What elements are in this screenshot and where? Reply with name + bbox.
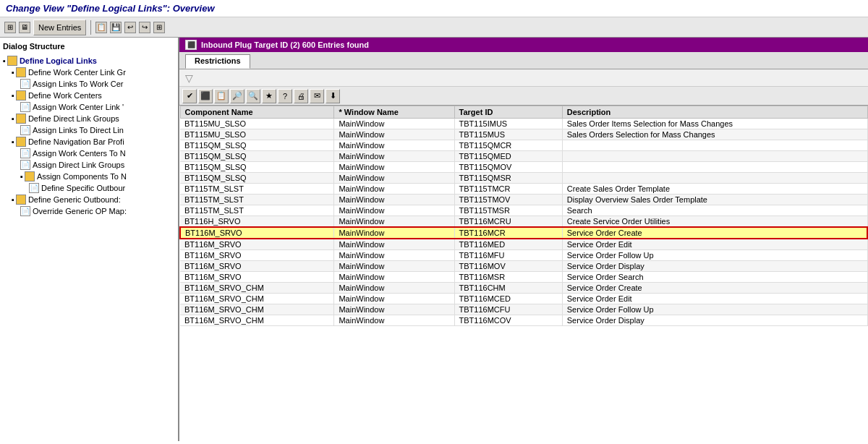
- tbl-print-btn[interactable]: 🖨: [294, 89, 308, 103]
- restrictions-tab[interactable]: Restrictions: [185, 54, 250, 69]
- table-row[interactable]: BT115TM_SLSTMainWindowTBT115TMOVDisplay …: [180, 195, 867, 205]
- right-panel: ⬛ Inbound Plug Target ID (2) 600 Entries…: [179, 38, 868, 441]
- tbl-search-btn-1[interactable]: 🔎: [230, 89, 244, 103]
- cell-component: BT116M_SRVO_CHM: [180, 315, 334, 326]
- table-row[interactable]: BT116M_SRVOMainWindowTBT116MEDService Or…: [180, 239, 867, 250]
- toolbar-icon-1[interactable]: ⊞: [4, 22, 16, 33]
- tree-bullet: ▪: [12, 137, 14, 147]
- col-component-name: Component Name: [180, 106, 334, 119]
- main-toolbar: ⊞ 🖥 New Entries 📋 💾 ↩ ↪ ⊞: [0, 17, 868, 38]
- tree-folder-icon: [16, 67, 26, 77]
- cell-component: BT116M_SRVO_CHM: [180, 304, 334, 315]
- cell-target-id: TBT115TMCR: [454, 184, 562, 195]
- cell-window: MainWindow: [334, 184, 454, 195]
- tbl-email-btn[interactable]: ✉: [310, 89, 324, 103]
- tree-page-icon: 📄: [20, 102, 30, 112]
- cell-target-id: TBT116MOV: [454, 261, 562, 272]
- cell-component: BT115TM_SLST: [180, 205, 334, 216]
- cell-description: Create Sales Order Template: [562, 184, 867, 195]
- cell-target-id: TBT116MSR: [454, 272, 562, 283]
- table-row[interactable]: BT116M_SRVO_CHMMainWindowTBT116MCOVServi…: [180, 315, 867, 326]
- tree-label-assign-direct-link-groups: Assign Direct Link Groups: [33, 160, 124, 170]
- table-row[interactable]: BT116M_SRVO_CHMMainWindowTBT116MCFUServi…: [180, 304, 867, 315]
- table-row[interactable]: BT115QM_SLSQMainWindowTBT115QMOV: [180, 162, 867, 173]
- tree-bullet: ▪: [12, 67, 14, 77]
- table-row[interactable]: BT116M_SRVOMainWindowTBT116MOVService Or…: [180, 261, 867, 272]
- tree-container: ▪Define Logical Links▪Define Work Center…: [3, 55, 175, 217]
- cell-description: Search: [562, 205, 867, 216]
- tree-item-define-navigation-bar-profi[interactable]: ▪Define Navigation Bar Profi: [3, 136, 175, 148]
- tree-item-define-generic-outbound[interactable]: ▪Define Generic Outbound:: [3, 194, 175, 205]
- tree-item-override-generic-op-map[interactable]: 📄Override Generic OP Map:: [3, 205, 175, 217]
- cell-description: Service Order Follow Up: [562, 304, 867, 315]
- tree-item-assign-links-to-work-cer[interactable]: 📄Assign Links To Work Cer: [3, 78, 175, 90]
- tree-label-override-generic-op-map: Override Generic OP Map:: [33, 206, 127, 216]
- tree-item-assign-links-to-direct-lin[interactable]: 📄Assign Links To Direct Lin: [3, 124, 175, 136]
- tbl-help-btn[interactable]: ?: [278, 89, 292, 103]
- tbl-stop-btn[interactable]: ⬛: [198, 89, 213, 103]
- cell-description: Service Order Edit: [562, 294, 867, 304]
- table-row[interactable]: BT116M_SRVO_CHMMainWindowTBT116MCEDServi…: [180, 294, 867, 304]
- data-table-container: Component Name * Window Name Target ID D…: [179, 106, 868, 441]
- cell-window: MainWindow: [334, 239, 454, 250]
- cell-window: MainWindow: [334, 304, 454, 315]
- tree-folder-icon: [16, 195, 26, 205]
- cell-description: Create Service Order Utilities: [562, 216, 867, 228]
- tree-folder-icon: [16, 90, 26, 101]
- cell-window: MainWindow: [334, 205, 454, 216]
- cell-target-id: TBT115QMED: [454, 151, 562, 162]
- tree-bullet: ▪: [3, 56, 6, 66]
- tree-item-define-work-centers[interactable]: ▪Define Work Centers: [3, 90, 175, 101]
- tree-item-assign-components-to-n[interactable]: ▪Assign Components To N: [3, 171, 175, 182]
- toolbar-save-icon[interactable]: 💾: [110, 22, 122, 33]
- table-row[interactable]: BT115QM_SLSQMainWindowTBT115QMCR: [180, 140, 867, 151]
- toolbar-undo-icon[interactable]: ↩: [124, 22, 136, 33]
- tree-item-assign-work-center-link[interactable]: 📄Assign Work Center Link ': [3, 101, 175, 113]
- cell-window: MainWindow: [334, 129, 454, 140]
- cell-description: [562, 162, 867, 173]
- tree-page-icon: 📄: [20, 125, 30, 135]
- cell-component: BT115QM_SLSQ: [180, 151, 334, 162]
- tree-page-icon: 📄: [20, 79, 30, 89]
- tree-item-define-work-center-link-gr[interactable]: ▪Define Work Center Link Gr: [3, 67, 175, 78]
- tbl-search-btn-2[interactable]: 🔍: [246, 89, 260, 103]
- tbl-copy-btn[interactable]: 📋: [214, 89, 229, 103]
- table-row[interactable]: BT116M_SRVO_CHMMainWindowTBT116CHMServic…: [180, 283, 867, 294]
- tree-label-define-generic-outbound: Define Generic Outbound:: [28, 195, 121, 205]
- table-row[interactable]: BT115QM_SLSQMainWindowTBT115QMED: [180, 151, 867, 162]
- tree-item-define-specific-outbour[interactable]: 📄Define Specific Outbour: [3, 182, 175, 194]
- cell-component: BT116M_SRVO_CHM: [180, 294, 334, 304]
- toolbar-extra-icon[interactable]: ⊞: [153, 22, 165, 33]
- table-row[interactable]: BT115TM_SLSTMainWindowTBT115TMSRSearch: [180, 205, 867, 216]
- cell-target-id: TBT116MFU: [454, 250, 562, 261]
- cell-window: MainWindow: [334, 227, 454, 239]
- tree-page-icon: 📄: [20, 206, 30, 216]
- data-table: Component Name * Window Name Target ID D…: [179, 106, 868, 326]
- table-row[interactable]: BT115MU_SLSOMainWindowTBT115IMUSSales Or…: [180, 119, 867, 129]
- new-entries-button[interactable]: New Entries: [33, 20, 86, 35]
- tbl-star-btn[interactable]: ★: [262, 89, 276, 103]
- cell-component: BT115QM_SLSQ: [180, 173, 334, 184]
- cell-target-id: TBT116MCRU: [454, 216, 562, 228]
- table-row[interactable]: BT115QM_SLSQMainWindowTBT115QMSR: [180, 173, 867, 184]
- table-row[interactable]: BT115MU_SLSOMainWindowTBT115MUSSales Ord…: [180, 129, 867, 140]
- cell-component: BT116H_SRVO: [180, 216, 334, 228]
- table-row[interactable]: BT116M_SRVOMainWindowTBT116MSRService Or…: [180, 272, 867, 283]
- cell-target-id: TBT116MCOV: [454, 315, 562, 326]
- tree-item-define-logical-links[interactable]: ▪Define Logical Links: [3, 55, 175, 67]
- table-row[interactable]: BT116H_SRVOMainWindowTBT116MCRUCreate Se…: [180, 216, 867, 228]
- cell-window: MainWindow: [334, 283, 454, 294]
- table-row[interactable]: BT116M_SRVOMainWindowTBT116MFUService Or…: [180, 250, 867, 261]
- table-row[interactable]: BT115TM_SLSTMainWindowTBT115TMCRCreate S…: [180, 184, 867, 195]
- table-row[interactable]: BT116M_SRVOMainWindowTBT116MCRService Or…: [180, 227, 867, 239]
- toolbar-redo-icon[interactable]: ↪: [139, 22, 150, 33]
- tbl-down-btn[interactable]: ⬇: [326, 89, 340, 103]
- tree-item-assign-direct-link-groups[interactable]: 📄Assign Direct Link Groups: [3, 159, 175, 171]
- tree-item-define-direct-link-groups[interactable]: ▪Define Direct Link Groups: [3, 113, 175, 124]
- filter-row: ▽: [179, 69, 868, 87]
- toolbar-copy-icon[interactable]: 📋: [95, 22, 107, 33]
- toolbar-icon-2[interactable]: 🖥: [19, 22, 30, 33]
- tree-item-assign-work-centers-to-n[interactable]: 📄Assign Work Centers To N: [3, 148, 175, 159]
- plug-icon: ⬛: [185, 40, 197, 50]
- tbl-check-btn[interactable]: ✔: [182, 89, 197, 103]
